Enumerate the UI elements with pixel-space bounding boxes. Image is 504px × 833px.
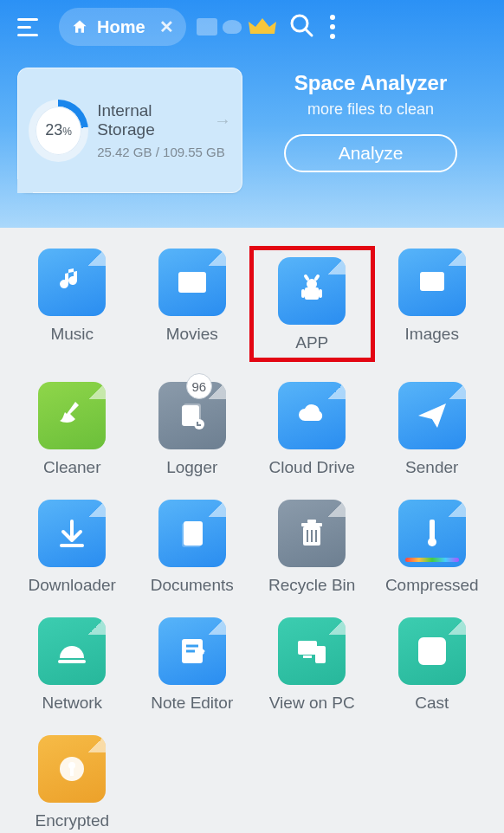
svg-point-11 — [424, 276, 430, 281]
downloader-icon — [38, 500, 106, 567]
storage-card[interactable]: 23% Internal Storage → 25.42 GB / 109.55… — [17, 68, 242, 193]
more-menu-icon[interactable] — [330, 15, 335, 39]
tile-documents[interactable]: Documents — [132, 500, 253, 595]
tile-images[interactable]: Images — [372, 249, 493, 359]
tile-label: Cloud Drive — [269, 458, 355, 477]
tile-recycle-bin[interactable]: Recycle Bin — [252, 500, 372, 595]
tile-sender[interactable]: Sender — [372, 382, 493, 477]
svg-rect-47 — [315, 646, 326, 663]
category-grid: Music Movies APP Images Cleaner — [0, 228, 504, 833]
app-icon — [278, 257, 346, 325]
menu-icon[interactable] — [10, 18, 45, 36]
images-icon — [398, 249, 466, 316]
svg-line-1 — [306, 29, 312, 36]
space-analyzer-panel: Space Analyzer more files to clean Analy… — [255, 68, 487, 172]
network-icon — [38, 617, 106, 685]
cast-icon — [398, 617, 466, 685]
tile-logger[interactable]: 96 Logger — [132, 382, 253, 477]
svg-rect-30 — [307, 520, 316, 523]
tile-app[interactable]: APP — [252, 249, 372, 359]
home-icon — [71, 18, 88, 36]
storage-usage-text: 25.42 GB / 109.55 GB — [97, 145, 231, 159]
recycle-bin-icon — [278, 500, 346, 567]
movies-icon — [158, 249, 226, 316]
search-icon[interactable] — [288, 12, 314, 42]
svg-rect-4 — [305, 287, 319, 300]
tile-movies[interactable]: Movies — [132, 249, 253, 359]
svg-rect-17 — [311, 417, 313, 420]
tab-close-icon[interactable]: ✕ — [159, 16, 174, 37]
encrypted-icon — [38, 735, 106, 803]
tile-cast[interactable]: Cast — [372, 617, 493, 713]
svg-rect-7 — [319, 289, 322, 298]
cleaner-icon — [38, 382, 106, 449]
tile-label: Logger — [166, 458, 217, 477]
storage-usage-ring: 23% — [29, 100, 88, 162]
tile-label: Network — [42, 694, 102, 713]
tile-label: Movies — [166, 325, 218, 344]
window-icon[interactable] — [197, 18, 217, 36]
svg-rect-6 — [301, 289, 305, 298]
app-header: Home ✕ 23% — [0, 0, 504, 228]
tile-note-editor[interactable]: Note Editor — [132, 617, 253, 713]
tile-label: Cleaner — [43, 458, 101, 477]
svg-rect-18 — [315, 417, 318, 420]
tile-network[interactable]: Network — [12, 617, 132, 713]
svg-rect-16 — [307, 417, 309, 420]
tile-compressed[interactable]: Compressed — [372, 500, 493, 595]
sender-icon — [398, 382, 466, 449]
svg-rect-52 — [70, 767, 74, 776]
tile-encrypted[interactable]: Encrypted — [12, 735, 132, 830]
tile-cloud-drive[interactable]: Cloud Drive — [252, 382, 372, 477]
svg-line-8 — [306, 276, 307, 279]
analyze-button[interactable]: Analyze — [284, 134, 457, 172]
tile-label: Note Editor — [151, 694, 233, 713]
svg-rect-29 — [301, 523, 322, 526]
note-editor-icon — [158, 617, 226, 685]
top-bar: Home ✕ — [0, 0, 504, 54]
music-icon — [38, 249, 106, 316]
view-on-pc-icon — [278, 617, 346, 685]
storage-percent: 23% — [45, 121, 72, 139]
tile-label: Downloader — [29, 576, 116, 595]
analyzer-subtitle: more files to clean — [255, 100, 487, 119]
analyzer-title: Space Analyzer — [255, 71, 487, 95]
tile-label: Sender — [405, 458, 458, 477]
tile-label: View on PC — [269, 694, 355, 713]
svg-point-36 — [430, 540, 434, 544]
tile-view-on-pc[interactable]: View on PC — [252, 617, 372, 713]
tile-label: Recycle Bin — [268, 576, 355, 595]
tile-label: Documents — [151, 576, 234, 595]
window-icons — [197, 18, 242, 36]
logger-icon: 96 — [158, 382, 226, 449]
tab-label: Home — [97, 17, 145, 37]
storage-title: Internal Storage → — [97, 101, 231, 139]
svg-marker-19 — [418, 404, 446, 428]
tab-home[interactable]: Home ✕ — [59, 8, 186, 46]
tile-label: Images — [405, 325, 459, 344]
tile-music[interactable]: Music — [12, 249, 132, 359]
tile-cleaner[interactable]: Cleaner — [12, 382, 132, 477]
svg-rect-46 — [303, 655, 312, 658]
tile-label: Compressed — [385, 576, 479, 595]
tile-label: Cast — [415, 694, 449, 713]
cloud-drive-icon — [278, 382, 346, 449]
tile-label: Encrypted — [35, 811, 109, 830]
tile-label: Music — [50, 325, 94, 344]
documents-icon — [158, 500, 226, 567]
tile-downloader[interactable]: Downloader — [12, 500, 132, 595]
chevron-right-icon: → — [214, 111, 231, 131]
premium-crown-icon[interactable] — [249, 16, 276, 37]
svg-point-38 — [70, 649, 74, 653]
tile-label: APP — [295, 333, 328, 352]
compressed-icon — [398, 500, 466, 567]
svg-line-9 — [316, 276, 318, 279]
badge-count: 96 — [186, 373, 212, 399]
cloud-icon[interactable] — [223, 20, 242, 34]
